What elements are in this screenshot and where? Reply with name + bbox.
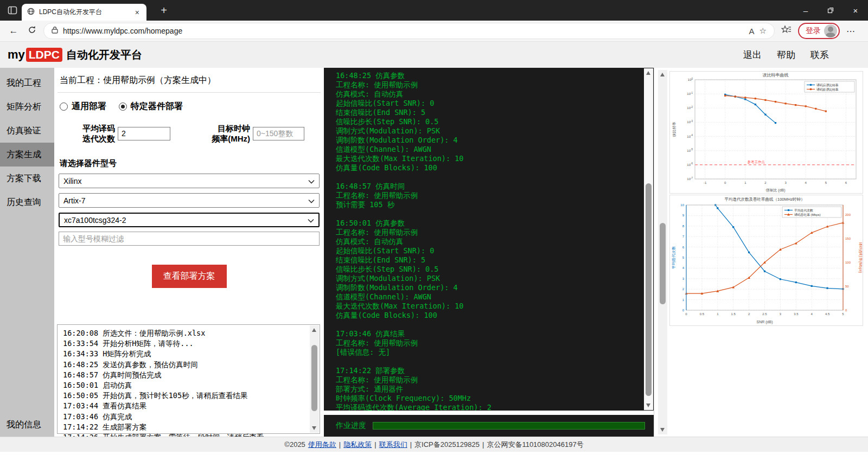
- scroll-thumb[interactable]: [660, 223, 666, 304]
- svg-text:0: 0: [685, 312, 687, 316]
- more-menu-icon[interactable]: ⋯: [846, 26, 856, 36]
- minimize-button[interactable]: –: [793, 0, 818, 21]
- url-bar[interactable]: https://www.myldpc.com/homepage A ☆: [43, 23, 775, 39]
- svg-text:6: 6: [682, 246, 685, 249]
- event-log-panel[interactable]: 16:20:08 所选文件：使用帮助示例.xlsx 16:33:54 开始分析H…: [57, 324, 320, 434]
- console-panel[interactable]: 16:48:25 仿真参数 工程名称: 使用帮助示例 仿真模式: 自动仿真 起始…: [324, 68, 654, 411]
- separator: |: [374, 440, 376, 449]
- svg-text:3: 3: [784, 181, 787, 184]
- svg-text:-1: -1: [704, 181, 707, 184]
- url-text[interactable]: https://www.myldpc.com/homepage: [63, 27, 744, 35]
- form-panel: 当前工程：使用帮助示例（方案生成中） 通用部署 特定器件部署 平均译码 迭代次数…: [54, 68, 324, 437]
- address-toolbar: ← https://www.myldpc.com/homepage A ☆ 登录…: [0, 21, 868, 42]
- chart-ber: 10010-110-210-310-410-510-610-7-10123456…: [669, 71, 863, 194]
- scroll-thumb[interactable]: [311, 345, 317, 411]
- workspaces-icon[interactable]: [7, 4, 18, 16]
- login-button[interactable]: 登录: [798, 23, 840, 39]
- svg-text:4: 4: [811, 312, 813, 316]
- sidebar-item-simulation[interactable]: 仿真验证: [0, 119, 54, 143]
- vendor-select-value: Xilinx: [63, 177, 81, 185]
- avg-iteration-label: 平均译码 迭代次数: [81, 123, 115, 144]
- scroll-down-icon[interactable]: [312, 426, 316, 430]
- header-link-logout[interactable]: 退出: [743, 49, 762, 61]
- console-text: 16:48:25 仿真参数 工程名称: 使用帮助示例 仿真模式: 自动仿真 起始…: [336, 71, 640, 411]
- logo-prefix: my: [8, 48, 25, 62]
- scroll-thumb[interactable]: [646, 183, 652, 396]
- svg-text:1: 1: [717, 312, 719, 316]
- part-select[interactable]: xc7a100tcsg324-2: [59, 213, 320, 227]
- svg-text:100: 100: [845, 261, 851, 264]
- svg-text:译码前误比特率: 译码前误比特率: [816, 87, 839, 92]
- chevron-down-icon: [308, 196, 315, 205]
- svg-text:误比特率: 误比特率: [672, 122, 676, 137]
- svg-text:10-2: 10-2: [687, 106, 693, 110]
- svg-text:1.5: 1.5: [731, 312, 736, 316]
- chart-panel-scrollbar[interactable]: [658, 70, 667, 434]
- svg-text:9: 9: [682, 214, 685, 217]
- header-link-help[interactable]: 帮助: [777, 49, 795, 61]
- svg-text:10-4: 10-4: [687, 134, 693, 138]
- browser-tab[interactable]: LDPC自动化开发平台 ×: [22, 4, 146, 21]
- scroll-up-icon[interactable]: [646, 71, 650, 75]
- lock-icon: [52, 26, 58, 36]
- svg-text:1: 1: [744, 181, 746, 184]
- radio-generic-deploy-label[interactable]: 通用部署: [72, 101, 106, 112]
- back-icon[interactable]: ←: [4, 25, 23, 36]
- chart-iter: 00.511.522.533.544.550123456789100501001…: [669, 195, 863, 326]
- log-scrollbar[interactable]: [310, 325, 319, 433]
- family-select[interactable]: Artix-7: [59, 193, 320, 208]
- sidebar-item-my-projects[interactable]: 我的工程: [0, 71, 54, 95]
- svg-text:参考工作点: 参考工作点: [748, 160, 765, 164]
- app-header: my LDPC 自动化开发平台 退出 帮助 联系: [0, 42, 868, 68]
- console-scrollbar[interactable]: [644, 68, 653, 410]
- progress-fill: [373, 422, 644, 429]
- svg-text:200: 200: [845, 213, 851, 216]
- radio-specific-device-deploy-label[interactable]: 特定器件部署: [131, 101, 183, 112]
- tab-close-icon[interactable]: ×: [133, 8, 141, 17]
- scroll-up-icon[interactable]: [660, 73, 665, 76]
- footer-link-contact[interactable]: 联系我们: [379, 440, 407, 450]
- svg-text:信噪比 (dB): 信噪比 (dB): [765, 188, 785, 193]
- svg-text:6: 6: [845, 181, 847, 184]
- maximize-button[interactable]: [818, 0, 843, 21]
- sidebar-item-history[interactable]: 历史查询: [0, 190, 54, 214]
- family-select-value: Artix-7: [63, 196, 85, 205]
- avg-iteration-input[interactable]: [118, 127, 170, 140]
- job-progress-box: 作业进度: [324, 415, 654, 437]
- part-filter-input[interactable]: [59, 232, 320, 246]
- sidebar-item-plan-download[interactable]: 方案下载: [0, 167, 54, 190]
- read-aloud-icon[interactable]: A: [749, 27, 755, 36]
- divider: [58, 92, 321, 93]
- refresh-icon[interactable]: [23, 25, 41, 37]
- scroll-up-icon[interactable]: [312, 328, 316, 332]
- svg-text:10-1: 10-1: [687, 92, 693, 96]
- avatar: [824, 24, 837, 37]
- svg-text:2: 2: [748, 312, 750, 316]
- collections-icon[interactable]: [781, 25, 792, 37]
- sidebar-item-my-info[interactable]: 我的信息: [0, 413, 54, 437]
- svg-text:10-5: 10-5: [687, 148, 693, 152]
- close-button[interactable]: ×: [843, 0, 868, 21]
- separator: |: [410, 440, 412, 449]
- svg-text:100: 100: [688, 78, 693, 82]
- app-logo: my LDPC 自动化开发平台: [8, 48, 142, 62]
- favorite-star-icon[interactable]: ☆: [760, 26, 767, 36]
- header-link-contact[interactable]: 联系: [810, 49, 829, 61]
- device-section-label: 请选择器件型号: [60, 158, 320, 169]
- radio-generic-deploy[interactable]: [60, 103, 68, 111]
- svg-text:150: 150: [845, 237, 851, 240]
- footer-link-privacy[interactable]: 隐私政策: [343, 440, 372, 450]
- vendor-select[interactable]: Xilinx: [59, 174, 320, 188]
- tab-title: LDPC自动化开发平台: [39, 8, 129, 17]
- scroll-down-icon[interactable]: [646, 404, 650, 407]
- scroll-down-icon[interactable]: [660, 428, 665, 432]
- sidebar-item-matrix-analysis[interactable]: 矩阵分析: [0, 95, 54, 119]
- radio-specific-device-deploy[interactable]: [119, 103, 127, 111]
- svg-text:5: 5: [682, 256, 685, 259]
- new-tab-button[interactable]: +: [156, 3, 171, 18]
- sidebar-item-plan-generation[interactable]: 方案生成: [0, 143, 54, 167]
- target-clock-input[interactable]: [253, 127, 304, 140]
- view-deployment-plan-button[interactable]: 查看部署方案: [152, 265, 227, 288]
- footer-link-terms[interactable]: 使用条款: [308, 440, 336, 450]
- tab-strip: LDPC自动化开发平台 × + – ×: [0, 0, 868, 21]
